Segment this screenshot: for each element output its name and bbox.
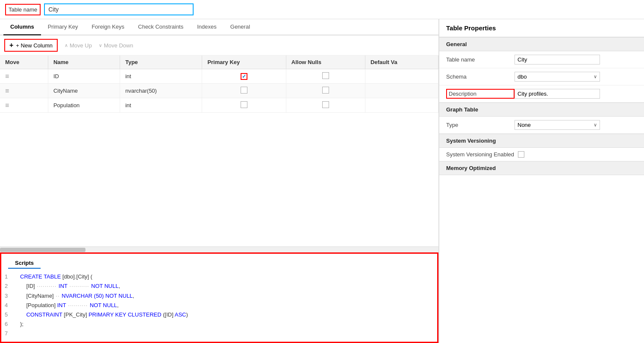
- graph-table-section-header: Graph Table: [439, 103, 644, 117]
- tab-columns[interactable]: Columns: [3, 19, 41, 35]
- line-number: 4: [5, 301, 13, 310]
- row-type[interactable]: int: [120, 98, 202, 113]
- row-allow-nulls[interactable]: [286, 84, 365, 98]
- script-code: CONSTRAINT [PK_City] PRIMARY KEY CLUSTER…: [20, 310, 188, 320]
- script-code: );: [20, 320, 24, 329]
- row-default: [365, 69, 438, 84]
- description-prop-label: Description: [446, 89, 515, 99]
- schema-prop-label: Schema: [446, 73, 515, 80]
- line-number: 2: [5, 281, 13, 291]
- script-line-6: 6 );: [5, 320, 434, 329]
- system-versioning-checkbox[interactable]: [518, 151, 524, 158]
- move-up-button[interactable]: ∧ Move Up: [65, 42, 92, 49]
- col-header-move: Move: [0, 56, 48, 69]
- horizontal-scrollbar[interactable]: [0, 246, 438, 252]
- row-type[interactable]: nvarchar(50): [120, 84, 202, 98]
- line-number: 1: [5, 272, 13, 281]
- new-column-button[interactable]: + + New Column: [4, 39, 58, 52]
- description-prop-value: [515, 89, 637, 99]
- row-allow-nulls[interactable]: [286, 98, 365, 113]
- row-type[interactable]: int: [120, 69, 202, 84]
- tab-indexes[interactable]: Indexes: [190, 19, 223, 35]
- col-header-name: Name: [48, 56, 120, 69]
- script-line-2: 2 [ID] ·········· INT ·········· NOT NUL…: [5, 281, 434, 291]
- allow-nulls-checkbox[interactable]: [322, 101, 329, 108]
- script-line-1: 1 CREATE TABLE [dbo].[City] (: [5, 272, 434, 281]
- move-handle-icon[interactable]: ≡: [5, 73, 9, 80]
- description-prop-row: Description: [439, 85, 644, 103]
- schema-prop-row: Schema dbo ∨: [439, 68, 644, 85]
- primary-key-checkbox[interactable]: [241, 87, 247, 94]
- move-down-label: Move Down: [104, 42, 133, 49]
- col-header-primary-key: Primary Key: [202, 56, 286, 69]
- tab-foreign-keys[interactable]: Foreign Keys: [85, 19, 131, 35]
- move-handle-icon[interactable]: ≡: [5, 102, 9, 109]
- row-move[interactable]: ≡: [0, 69, 48, 84]
- move-up-label: Move Up: [70, 42, 92, 49]
- table-name-prop-input[interactable]: [515, 55, 600, 64]
- script-line-4: 4 [Population] INT ·········· NOT NULL,: [5, 301, 434, 310]
- tab-general[interactable]: General: [223, 19, 257, 35]
- checkmark-icon: ✓: [242, 73, 246, 79]
- scripts-panel: Scripts 1 CREATE TABLE [dbo].[City] ( 2 …: [0, 252, 438, 343]
- script-line-5: 5 CONSTRAINT [PK_City] PRIMARY KEY CLUST…: [5, 310, 434, 320]
- columns-table-container: Move Name Type Primary Key Allow Nulls D…: [0, 56, 438, 246]
- schema-prop-value: dbo ∨: [515, 72, 637, 82]
- system-versioning-section-header: System Versioning: [439, 134, 644, 148]
- row-default: [365, 84, 438, 98]
- script-line-7: 7: [5, 329, 434, 338]
- chevron-down-icon: ∨: [594, 74, 597, 79]
- type-prop-row: Type None ∨: [439, 117, 644, 134]
- tab-check-constraints[interactable]: Check Constraints: [131, 19, 190, 35]
- script-code: [ID] ·········· INT ·········· NOT NULL,: [20, 281, 120, 291]
- scripts-title: Scripts: [8, 256, 41, 269]
- col-header-allow-nulls: Allow Nulls: [286, 56, 365, 69]
- col-header-default-val: Default Va: [365, 56, 438, 69]
- col-header-type: Type: [120, 56, 202, 69]
- row-allow-nulls[interactable]: [286, 69, 365, 84]
- row-move[interactable]: ≡: [0, 84, 48, 98]
- primary-key-checkbox[interactable]: [241, 101, 247, 108]
- toolbar: + + New Column ∧ Move Up ∨ Move Down: [0, 35, 438, 56]
- system-versioning-enabled-label: System Versioning Enabled: [446, 151, 515, 158]
- table-row: ≡ Population int: [0, 98, 438, 113]
- line-number: 6: [5, 320, 13, 329]
- line-number: 7: [5, 329, 13, 338]
- type-prop-value: None ∨: [515, 120, 637, 130]
- script-line-3: 3 [CityName] ·· NVARCHAR (50) NOT NULL,: [5, 291, 434, 301]
- move-down-button[interactable]: ∨ Move Down: [99, 42, 133, 49]
- schema-select-value: dbo: [518, 73, 527, 80]
- top-bar: Table name: [0, 0, 644, 19]
- memory-optimized-section-header: Memory Optimized: [439, 161, 644, 175]
- type-prop-label: Type: [446, 122, 515, 128]
- right-panel: Table Properties General Table name Sche…: [439, 19, 644, 343]
- line-number: 3: [5, 291, 13, 301]
- allow-nulls-checkbox[interactable]: [322, 72, 329, 79]
- allow-nulls-checkbox[interactable]: [322, 87, 329, 94]
- line-number: 5: [5, 310, 13, 320]
- row-name[interactable]: Population: [48, 98, 120, 113]
- primary-key-checkbox-checked[interactable]: ✓: [241, 73, 247, 80]
- table-name-prop-row: Table name: [439, 51, 644, 68]
- move-down-icon: ∨: [99, 43, 102, 48]
- description-prop-input[interactable]: [515, 89, 600, 99]
- system-versioning-enabled-row: System Versioning Enabled: [439, 148, 644, 161]
- table-name-input[interactable]: [44, 3, 194, 15]
- left-panel: Columns Primary Key Foreign Keys Check C…: [0, 19, 439, 343]
- row-move[interactable]: ≡: [0, 98, 48, 113]
- row-primary-key[interactable]: [202, 84, 286, 98]
- row-primary-key[interactable]: [202, 98, 286, 113]
- row-name[interactable]: CityName: [48, 84, 120, 98]
- row-primary-key[interactable]: ✓: [202, 69, 286, 84]
- row-name[interactable]: ID: [48, 69, 120, 84]
- right-panel-title: Table Properties: [439, 19, 644, 37]
- type-select[interactable]: None ∨: [515, 120, 600, 130]
- table-name-prop-label: Table name: [446, 56, 515, 63]
- scrollbar-thumb[interactable]: [0, 248, 85, 252]
- tab-primary-key[interactable]: Primary Key: [41, 19, 85, 35]
- general-section-header: General: [439, 37, 644, 51]
- move-handle-icon[interactable]: ≡: [5, 87, 9, 94]
- schema-select[interactable]: dbo ∨: [515, 72, 600, 82]
- columns-table: Move Name Type Primary Key Allow Nulls D…: [0, 56, 438, 113]
- main-area: Columns Primary Key Foreign Keys Check C…: [0, 19, 644, 343]
